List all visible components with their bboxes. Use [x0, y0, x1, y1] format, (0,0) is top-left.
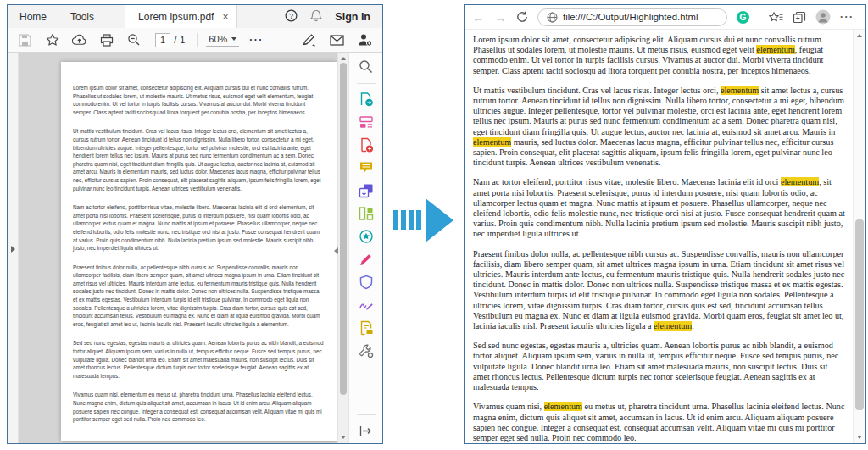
url-text[interactable]: file:///C:/Output/Highlighted.html	[563, 12, 698, 22]
highlighted-term: elementum	[756, 45, 794, 54]
html-page-content: Lorem ipsum dolor sit amet, consectetur …	[465, 30, 853, 443]
pdf-paragraph: Nam ac tortor eleifend, porttitor risus …	[73, 203, 325, 253]
browser-toolbar: ← → file:///C:/Output/Highlighted.html G…	[465, 5, 865, 30]
print-icon[interactable]	[99, 34, 114, 47]
collapse-tools-pane-icon[interactable]	[334, 247, 338, 254]
add-user-icon[interactable]	[358, 33, 372, 47]
expand-nav-pane-icon[interactable]	[11, 246, 15, 253]
html-paragraph: Vivamus quam nisi, elementum eu metus ut…	[473, 402, 846, 443]
zoom-out-icon[interactable]	[126, 33, 141, 47]
search-icon[interactable]	[359, 58, 374, 74]
pdf-paragraph: Vivamus quam nisi, elementum eu metus ut…	[73, 391, 325, 423]
open-tools-pane-icon[interactable]	[359, 423, 374, 438]
prepare-form-icon[interactable]	[359, 320, 374, 336]
svg-text:?: ?	[289, 11, 293, 19]
refresh-icon[interactable]	[516, 11, 528, 23]
help-icon[interactable]: ?	[285, 9, 298, 25]
more-tools-ellipsis-icon[interactable]: ···	[249, 34, 264, 46]
toolbar-separator	[759, 11, 760, 23]
acrobat-toolbar: 1 / 1 60% ···	[8, 28, 382, 53]
pdf-paragraph: Sed sed nunc egestas, egestas mauris a, …	[73, 339, 325, 380]
save-icon[interactable]	[18, 34, 32, 47]
highlighted-term: elementum	[721, 86, 759, 95]
acrobat-tab-bar: Home Tools Lorem ipsum.pdf × ? Sign In	[8, 5, 382, 28]
zoom-level-value: 60%	[209, 34, 227, 44]
document-tab[interactable]: Lorem ipsum.pdf ×	[125, 5, 237, 28]
right-arrow-icon	[393, 198, 453, 242]
sign-pen-icon[interactable]	[302, 33, 316, 47]
pdf-page: Lorem ipsum dolor sit amet, consectetur …	[61, 62, 337, 441]
favorites-icon[interactable]	[769, 11, 783, 24]
pdf-paragraph: Lorem ipsum dolor sit amet, consectetur …	[73, 84, 325, 116]
fill-sign-icon[interactable]	[359, 252, 374, 267]
tab-tools[interactable]: Tools	[58, 5, 106, 28]
comment-icon[interactable]	[359, 160, 374, 175]
sign-in-button[interactable]: Sign In	[335, 11, 370, 23]
email-icon[interactable]	[330, 35, 344, 46]
highlighted-term: elementum	[544, 402, 582, 411]
star-icon[interactable]	[45, 33, 59, 47]
address-bar[interactable]: file:///C:/Output/Highlighted.html	[537, 8, 727, 26]
more-tools-wrench-icon[interactable]	[359, 343, 374, 358]
toolbar-divider	[197, 33, 198, 47]
browser-more-icon[interactable]: ···	[840, 11, 854, 23]
html-paragraph: Ut mattis vestibulum tincidunt. Cras vel…	[473, 86, 846, 169]
organize-pages-icon[interactable]	[359, 206, 374, 221]
acrobat-window: Home Tools Lorem ipsum.pdf × ? Sign In	[7, 4, 383, 444]
collections-icon[interactable]	[793, 11, 806, 24]
tools-panel	[348, 53, 382, 443]
page-number-input[interactable]: 1	[155, 33, 170, 47]
html-paragraph: Sed sed nunc egestas, egestas mauris a, …	[473, 341, 846, 392]
scroll-down-icon[interactable]	[341, 436, 346, 439]
tools-divider	[357, 83, 376, 84]
request-signatures-icon[interactable]	[359, 297, 374, 313]
highlighted-term: elementum	[473, 137, 511, 147]
document-tab-label: Lorem ipsum.pdf	[138, 11, 214, 23]
zoom-level-dropdown[interactable]: 60%	[206, 33, 239, 47]
notifications-bell-icon[interactable]	[310, 9, 322, 25]
protect-pdf-icon[interactable]	[359, 275, 374, 290]
export-pdf-icon[interactable]	[359, 92, 374, 107]
site-globe-icon	[547, 12, 558, 23]
browser-window: ← → file:///C:/Output/Highlighted.html G…	[464, 4, 866, 444]
scrollbar-thumb[interactable]	[855, 219, 864, 409]
browser-vertical-scrollbar[interactable]	[853, 30, 865, 443]
pdf-vertical-scrollbar[interactable]	[337, 53, 348, 443]
page-total: 1	[180, 35, 185, 45]
html-paragraph: Lorem ipsum dolor sit amet, consectetur …	[473, 35, 846, 76]
compress-pdf-icon[interactable]	[359, 229, 374, 244]
highlighted-term: elementum	[654, 321, 692, 331]
html-paragraph: Nam ac tortor eleifend, porttitor risus …	[473, 177, 846, 239]
page-number-control[interactable]: 1 / 1	[155, 33, 185, 47]
transfer-arrow	[383, 0, 464, 450]
forward-icon[interactable]: →	[494, 11, 507, 24]
html-paragraph: Praesent finibus dolor nulla, ac pellent…	[473, 249, 846, 332]
scroll-up-icon[interactable]	[857, 34, 862, 37]
scroll-down-icon[interactable]	[857, 436, 862, 439]
scroll-up-icon[interactable]	[341, 57, 346, 60]
scrollbar-thumb[interactable]	[340, 63, 347, 395]
pdf-document-area: Lorem ipsum dolor sit amet, consectetur …	[19, 53, 337, 443]
navigation-pane-strip	[8, 53, 19, 443]
edit-pdf-icon[interactable]	[359, 114, 374, 130]
chevron-down-icon	[231, 37, 236, 41]
page-divider: /	[174, 35, 176, 45]
share-cloud-icon[interactable]	[72, 34, 86, 46]
pdf-paragraph: Praesent finibus dolor nulla, ac pellent…	[73, 264, 325, 329]
back-icon[interactable]: ←	[472, 11, 485, 24]
close-tab-icon[interactable]: ×	[222, 12, 228, 22]
highlighted-term: elementum	[781, 177, 819, 186]
profile-avatar[interactable]	[815, 9, 831, 25]
tab-home[interactable]: Home	[8, 5, 58, 28]
grammarly-extension-icon[interactable]: G	[737, 11, 749, 24]
pdf-paragraph: Ut mattis vestibulum tincidunt. Cras vel…	[73, 127, 325, 192]
tools-divider	[357, 414, 376, 415]
combine-files-icon[interactable]	[359, 183, 374, 198]
create-pdf-icon[interactable]	[359, 137, 374, 153]
